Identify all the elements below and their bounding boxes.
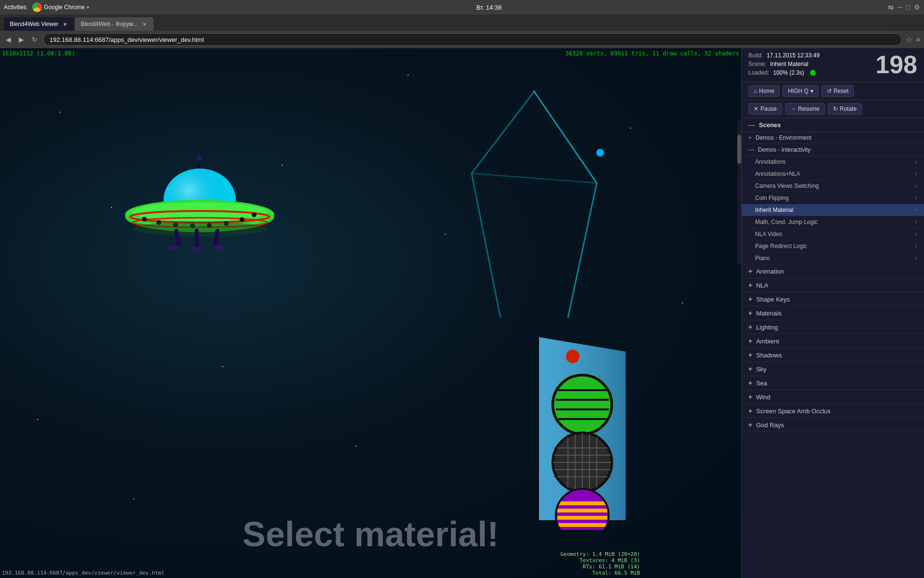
scene-label: Scene: [748, 61, 766, 67]
quality-button[interactable]: HIGH Q ▾ [783, 85, 819, 97]
reload-button[interactable]: ↻ [30, 35, 39, 44]
animation-label: Animation [756, 268, 784, 275]
minimize-icon[interactable]: ─ [898, 3, 902, 11]
select-material-text: Select material! [243, 514, 499, 554]
loaded-label: Loaded: [748, 69, 769, 76]
svg-point-11 [142, 217, 147, 222]
star [133, 499, 134, 499]
tab-label-2: Blend4Web - Форум... [81, 21, 138, 27]
scene-item-annotations-nla[interactable]: Annotations+NLA › [742, 168, 924, 180]
sea-label: Sea [756, 380, 767, 387]
star [682, 302, 683, 303]
scene-item-inherit-material[interactable]: Inherit Material › [742, 204, 924, 216]
lighting-label: Lighting [756, 324, 778, 331]
app-container: 1610x1112 (1.00:1.00) 36328 verts, 69911… [0, 48, 924, 578]
section-materials[interactable]: + Materials [742, 306, 924, 320]
home-button[interactable]: ⌂ Home [748, 85, 780, 97]
titlebar-time: Вт. 14:38 [476, 4, 502, 11]
pause-icon: ✕ [754, 105, 758, 112]
scene-chevron: › [915, 243, 917, 250]
speaker-object [529, 337, 635, 530]
demos-int-collapse-icon: — [748, 146, 754, 153]
shape-keys-expand-icon: + [748, 295, 752, 303]
scene-item-nla-video[interactable]: NLA Video › [742, 228, 924, 240]
scene-chevron: › [915, 158, 917, 165]
viewport-resolution: 1610x1112 (1.00:1.00) [2, 50, 75, 57]
textures-stat: Textures: 4 MiB (3) [560, 557, 640, 564]
section-wind[interactable]: + Wind [742, 390, 924, 404]
panel-build-info: Build: 17.11.2015 12:33:49 198 Scene: In… [742, 48, 924, 82]
settings-icon[interactable]: ⚙ [914, 3, 920, 11]
maximize-icon[interactable]: □ [906, 3, 910, 11]
rts-stat: RTs: 61.1 MiB (14) [560, 564, 640, 570]
url-overlay: 192.168.88.114:6687/apps_dev/viewer/view… [2, 570, 165, 576]
scene-value: Inherit Material [770, 61, 808, 67]
god-rays-label: God Rays [756, 421, 784, 429]
browser-titlebar: Activities Google Chrome ▾ Вт. 14:38 ru … [0, 0, 924, 14]
scene-chevron: › [915, 183, 917, 189]
lighting-expand-icon: + [748, 323, 752, 331]
scenes-list[interactable]: + Demos - Environment — Demos - Interact… [742, 132, 924, 578]
scene-item-camera-views[interactable]: Camera Views Switching › [742, 180, 924, 192]
address-input[interactable] [43, 33, 902, 46]
demos-env-label: Demos - Environment [756, 134, 811, 141]
tab-blend4web-viewer[interactable]: Blend4Web Viewer ✕ [4, 17, 74, 31]
panel-toolbar-2: ✕ Pause → Resume ↻ Rotate [742, 100, 924, 118]
sea-expand-icon: + [748, 379, 752, 387]
sky-label: Sky [756, 366, 767, 373]
wind-expand-icon: + [748, 393, 752, 401]
scene-item-piano[interactable]: Piano › [742, 252, 924, 264]
star [356, 446, 357, 447]
section-sky[interactable]: + Sky [742, 362, 924, 376]
viewport[interactable]: 1610x1112 (1.00:1.00) 36328 verts, 69911… [0, 48, 741, 578]
ssao-label: Screen Space Amb Occlus [756, 407, 831, 415]
section-lighting[interactable]: + Lighting [742, 320, 924, 334]
activities-label[interactable]: Activities [4, 4, 26, 11]
lang-indicator: ru [888, 4, 894, 11]
scenes-header[interactable]: — Scenes [742, 118, 924, 132]
section-screen-space[interactable]: + Screen Space Amb Occlus [742, 404, 924, 418]
pause-button[interactable]: ✕ Pause [748, 103, 782, 115]
section-god-rays[interactable]: + God Rays [742, 418, 924, 432]
nla-expand-icon: + [748, 281, 752, 289]
blue-dot [596, 149, 604, 157]
section-ambient[interactable]: + Ambient [742, 334, 924, 348]
star [445, 234, 446, 235]
rotate-button[interactable]: ↻ Rotate [828, 103, 862, 115]
resume-button[interactable]: → Resume [785, 103, 825, 115]
tab-close-2[interactable]: ✕ [141, 21, 148, 27]
section-sea[interactable]: + Sea [742, 376, 924, 390]
forward-button[interactable]: ▶ [17, 35, 26, 44]
titlebar-right: ru ─ □ ⚙ [888, 3, 920, 11]
tab-blend4web-forum[interactable]: Blend4Web - Форум... ✕ [75, 17, 154, 31]
tab-close-1[interactable]: ✕ [62, 21, 68, 27]
star [408, 75, 409, 76]
svg-point-25 [214, 245, 225, 250]
reset-button[interactable]: ↺ Reset [821, 85, 854, 97]
shape-keys-label: Shape Keys [756, 296, 790, 303]
back-button[interactable]: ◀ [4, 35, 13, 44]
svg-point-3 [197, 155, 203, 161]
bookmark-star-icon[interactable]: ☆ [906, 35, 912, 44]
loaded-value: 100% (2.3s) [773, 69, 804, 76]
section-animation[interactable]: + Animation [742, 264, 924, 278]
titlebar-center: Вт. 14:38 [90, 4, 888, 11]
demos-environment-header[interactable]: + Demos - Environment [742, 132, 924, 144]
section-nla[interactable]: + NLA [742, 278, 924, 292]
section-shape-keys[interactable]: + Shape Keys [742, 292, 924, 306]
browser-tabs: Blend4Web Viewer ✕ Blend4Web - Форум... … [0, 14, 924, 31]
total-stat: Total: 66.5 MiB [560, 570, 640, 576]
scene-item-math-cond[interactable]: Math, Cond. Jump Logic › [742, 216, 924, 228]
animation-expand-icon: + [748, 267, 752, 275]
scene-item-page-redirect[interactable]: Page Redirect Logic › [742, 240, 924, 252]
browser-app-name: Google Chrome [44, 4, 85, 11]
menu-icon[interactable]: ≡ [916, 36, 920, 43]
section-shadows[interactable]: + Shadows [742, 348, 924, 362]
scene-item-annotations[interactable]: Annotations › [742, 156, 924, 168]
svg-point-18 [252, 212, 257, 217]
shadows-expand-icon: + [748, 351, 752, 359]
scene-item-coin-flipping[interactable]: Coin Flipping › [742, 192, 924, 204]
teal-geometric [462, 87, 606, 328]
wind-label: Wind [756, 394, 770, 401]
demos-interactivity-header[interactable]: — Demos - Interactivity [742, 144, 924, 156]
